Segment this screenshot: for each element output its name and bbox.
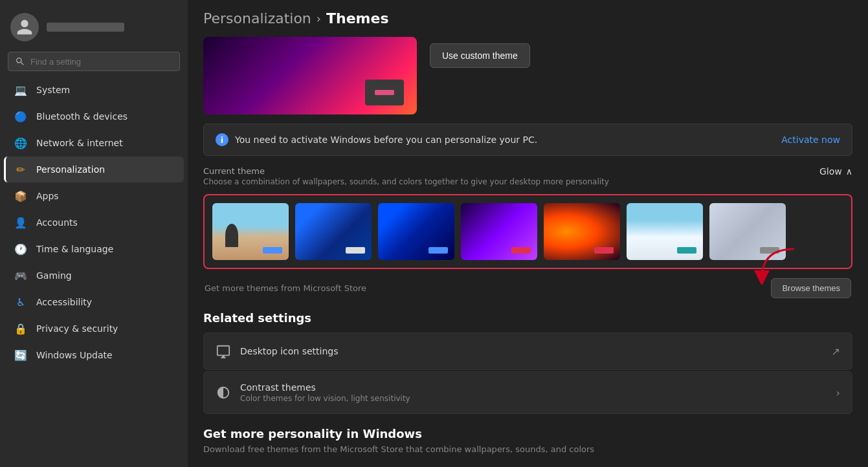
update-icon: 🔄 — [14, 349, 27, 362]
breadcrumb-current: Themes — [326, 10, 389, 27]
page-header: Personalization › Themes — [203, 10, 852, 27]
sidebar-item-label: Time & language — [36, 244, 113, 254]
sidebar-item-label: Network & internet — [36, 138, 123, 148]
contrast-themes-left: Contrast themes Color themes for low vis… — [216, 382, 410, 403]
current-theme-labels: Current theme Choose a combination of wa… — [203, 166, 609, 186]
theme-bar — [346, 247, 365, 254]
sidebar-item-apps[interactable]: 📦 Apps — [4, 183, 184, 209]
sidebar-item-time[interactable]: 🕐 Time & language — [4, 236, 184, 262]
theme-item-purple-glow[interactable] — [461, 203, 537, 260]
activation-left: i You need to activate Windows before yo… — [216, 133, 537, 146]
gaming-icon: 🎮 — [14, 269, 27, 282]
red-arrow-annotation — [749, 246, 801, 285]
sidebar-item-accessibility[interactable]: ♿ Accessibility — [4, 289, 184, 315]
current-theme-title: Current theme — [203, 166, 609, 176]
sidebar-item-label: Personalization — [36, 164, 105, 175]
sidebar-item-label: System — [36, 85, 70, 95]
theme-item-win-light[interactable] — [627, 203, 703, 260]
user-icon — [16, 18, 34, 36]
theme-item-win11-blue[interactable] — [295, 203, 372, 260]
sidebar-item-system[interactable]: 💻 System — [4, 77, 184, 103]
theme-preview-thumbnail — [203, 37, 417, 114]
breadcrumb-separator: › — [317, 12, 321, 25]
search-box[interactable] — [8, 52, 180, 71]
theme-item-win11-dark[interactable] — [378, 203, 454, 260]
contrast-themes-row[interactable]: Contrast themes Color themes for low vis… — [203, 371, 852, 414]
browse-themes-section: Get more themes from Microsoft Store Bro… — [203, 278, 852, 298]
privacy-icon: 🔒 — [14, 322, 27, 335]
person-silhouette — [225, 224, 238, 247]
contrast-icon — [216, 385, 231, 400]
bluetooth-icon: 🔵 — [14, 110, 27, 123]
theme-bar — [677, 247, 696, 254]
related-settings-title: Related settings — [203, 311, 852, 325]
use-custom-theme-button[interactable]: Use custom theme — [430, 43, 530, 68]
chevron-up-icon: ∧ — [846, 166, 852, 177]
breadcrumb: Personalization › Themes — [203, 10, 389, 27]
username-bar — [47, 23, 124, 32]
chevron-right-icon: › — [836, 387, 840, 399]
sidebar-item-label: Accessibility — [36, 297, 92, 307]
activation-message: You need to activate Windows before you … — [235, 135, 537, 145]
theme-bar — [263, 247, 282, 254]
theme-item-flower[interactable] — [544, 203, 620, 260]
desktop-icon-label: Desktop icon settings — [240, 346, 339, 356]
info-icon: i — [216, 133, 228, 146]
sidebar-item-privacy[interactable]: 🔒 Privacy & security — [4, 316, 184, 342]
desktop-icon — [216, 343, 231, 359]
apps-icon: 📦 — [14, 190, 27, 202]
collapse-button[interactable]: Glow ∧ — [819, 166, 852, 177]
theme-bar — [594, 247, 614, 254]
get-more-title: Get more personality in Windows — [203, 427, 852, 440]
get-more-themes-text: Get more themes from Microsoft Store — [205, 283, 366, 293]
search-input[interactable] — [30, 57, 173, 67]
activate-now-link[interactable]: Activate now — [781, 135, 840, 145]
desktop-icon-settings-row[interactable]: Desktop icon settings ↗ — [203, 332, 852, 370]
sidebar: 💻 System 🔵 Bluetooth & devices 🌐 Network… — [0, 0, 188, 467]
main-content: Personalization › Themes Use custom them… — [188, 0, 868, 467]
related-settings: Related settings Desktop icon settings ↗… — [203, 311, 852, 414]
contrast-themes-text: Contrast themes Color themes for low vis… — [240, 382, 410, 403]
sidebar-item-label: Bluetooth & devices — [36, 111, 128, 122]
accounts-icon: 👤 — [14, 216, 27, 229]
sidebar-item-label: Apps — [36, 191, 59, 201]
thumbnail-mini-window — [365, 80, 404, 105]
sidebar-item-gaming[interactable]: 🎮 Gaming — [4, 263, 184, 288]
network-icon: 🌐 — [14, 136, 27, 149]
sidebar-item-label: Privacy & security — [36, 323, 118, 334]
nav-list: 💻 System 🔵 Bluetooth & devices 🌐 Network… — [0, 76, 188, 369]
search-icon — [15, 56, 25, 67]
sidebar-item-label: Gaming — [36, 270, 72, 281]
contrast-themes-sublabel: Color themes for low vision, light sensi… — [240, 394, 410, 403]
current-theme-desc: Choose a combination of wallpapers, soun… — [203, 177, 609, 186]
personalization-icon: ✏️ — [14, 163, 27, 176]
get-more-desc: Download free themes from the Microsoft … — [203, 444, 852, 454]
contrast-themes-label: Contrast themes — [240, 382, 410, 393]
breadcrumb-parent: Personalization — [203, 10, 311, 27]
collapse-label: Glow — [819, 166, 842, 177]
profile-section — [0, 6, 188, 52]
sidebar-item-bluetooth[interactable]: 🔵 Bluetooth & devices — [4, 103, 184, 129]
system-icon: 💻 — [14, 83, 27, 96]
time-icon: 🕐 — [14, 243, 27, 255]
sidebar-item-label: Accounts — [36, 217, 78, 228]
sidebar-item-accounts[interactable]: 👤 Accounts — [4, 210, 184, 235]
accessibility-icon: ♿ — [14, 296, 27, 309]
current-theme-header: Current theme Choose a combination of wa… — [203, 166, 852, 186]
theme-item-beach[interactable] — [212, 203, 289, 260]
theme-bar — [428, 247, 448, 254]
avatar — [10, 13, 39, 41]
top-preview-section: Use custom theme — [203, 37, 852, 114]
sidebar-item-personalization[interactable]: ✏️ Personalization — [4, 157, 184, 182]
theme-bar — [511, 247, 531, 254]
desktop-icon-left: Desktop icon settings — [216, 343, 339, 359]
external-link-icon: ↗ — [832, 345, 840, 358]
get-more-section: Get more personality in Windows Download… — [203, 427, 852, 454]
sidebar-item-label: Windows Update — [36, 350, 113, 360]
sidebar-item-network[interactable]: 🌐 Network & internet — [4, 130, 184, 156]
activation-banner: i You need to activate Windows before yo… — [203, 124, 852, 156]
sidebar-item-update[interactable]: 🔄 Windows Update — [4, 342, 184, 368]
